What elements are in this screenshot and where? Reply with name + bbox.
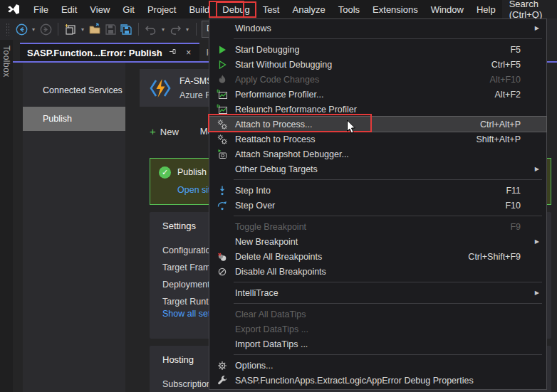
menu-item-windows[interactable]: Windows▶ — [209, 21, 546, 36]
menu-item-other-debug-targets[interactable]: Other Debug Targets▶ — [209, 161, 546, 176]
visual-studio-logo-icon — [6, 4, 21, 15]
toolbar-grip-handle[interactable] — [6, 23, 10, 36]
menubar-item-edit[interactable]: Edit — [55, 1, 83, 18]
publish-nav-connected-services[interactable]: Connected Services — [23, 78, 125, 102]
menu-item-toggle-breakpoint: Toggle BreakpointF9 — [209, 219, 546, 234]
menu-item-label: Step Over — [235, 201, 275, 211]
open-file-button[interactable] — [88, 21, 102, 37]
no-icon — [217, 221, 229, 233]
navigate-forward-button[interactable] — [38, 21, 53, 37]
new-profile-button[interactable]: +New — [150, 125, 179, 137]
no-icon — [217, 164, 229, 175]
undo-dropdown-caret[interactable]: ▾ — [160, 26, 167, 33]
publish-actions-row: +New Mo — [150, 125, 213, 137]
redo-dropdown-caret[interactable]: ▾ — [184, 26, 191, 33]
save-button[interactable] — [103, 21, 118, 37]
submenu-arrow-icon: ▶ — [535, 290, 539, 296]
no-icon — [217, 309, 229, 320]
menubar-item-analyze[interactable]: Analyze — [286, 1, 331, 18]
menu-item-start-debugging[interactable]: Start DebuggingF5 — [209, 42, 546, 57]
menu-item-attach-snapshot-debugger[interactable]: Attach Snapshot Debugger... — [209, 147, 546, 161]
new-project-icon — [64, 23, 77, 36]
redo-icon — [169, 23, 182, 35]
menubar-item-help[interactable]: Help — [470, 1, 502, 18]
menu-item-shortcut: Ctrl+Shift+F9 — [468, 252, 541, 262]
menubar-items: FileEditViewGitProjectBuildDebugTestAnal… — [27, 1, 502, 18]
save-all-icon — [120, 23, 132, 36]
back-dropdown-caret[interactable]: ▾ — [30, 26, 37, 33]
menubar-item-project[interactable]: Project — [141, 1, 182, 18]
snapshot-camera-icon — [217, 149, 229, 160]
menu-item-shortcut: F9 — [510, 222, 541, 232]
menu-item-options[interactable]: Options... — [209, 358, 546, 373]
save-all-button[interactable] — [119, 21, 133, 37]
mouse-cursor — [346, 120, 357, 134]
menu-separator — [234, 282, 542, 282]
menu-item-label: SASP.FunctionApps.ExtractLogicAppError D… — [235, 376, 474, 386]
menu-separator — [234, 303, 542, 304]
settings-title: Settings — [162, 221, 196, 231]
menubar-item-view[interactable]: View — [83, 1, 116, 18]
undo-button[interactable] — [144, 21, 158, 37]
menubar-item-git[interactable]: Git — [116, 1, 141, 18]
document-tab-sasp-function-error-publish[interactable]: SASP.Function...Error: Publish× — [20, 43, 199, 61]
menu-item-export-datatips: Export DataTips ... — [209, 322, 546, 337]
menu-item-step-into[interactable]: Step IntoF11 — [209, 183, 546, 198]
menu-item-delete-all-breakpoints[interactable]: Delete All BreakpointsCtrl+Shift+F9 — [209, 249, 546, 264]
menu-item-new-breakpoint[interactable]: New Breakpoint▶ — [209, 234, 546, 249]
menu-item-start-without-debugging[interactable]: Start Without DebuggingCtrl+F5 — [209, 57, 546, 72]
menu-item-performance-profiler[interactable]: Performance Profiler...Alt+F2 — [209, 87, 546, 102]
start-without-debugging-icon — [217, 59, 229, 70]
menu-item-intellitrace[interactable]: IntelliTrace▶ — [209, 285, 546, 300]
forward-arrow-icon — [40, 23, 52, 36]
menu-item-disable-all-breakpoints[interactable]: Disable All Breakpoints — [209, 264, 546, 279]
menu-item-label: Other Debug Targets — [235, 164, 318, 174]
open-folder-icon — [88, 23, 102, 36]
menubar-item-extensions[interactable]: Extensions — [366, 1, 425, 18]
step-over-icon — [217, 200, 229, 211]
menubar-item-file[interactable]: File — [27, 1, 55, 18]
navigate-back-button[interactable] — [14, 21, 28, 37]
new-project-button[interactable] — [63, 21, 78, 37]
menu-item-label: Export DataTips ... — [235, 324, 308, 334]
azure-functions-icon — [148, 78, 172, 99]
menu-item-label: Options... — [235, 361, 274, 371]
tab-underline-sliver — [547, 61, 557, 63]
delete-breakpoints-icon — [217, 251, 229, 263]
toolbox-side-strip: Toolbox — [0, 40, 13, 392]
new-project-dropdown-caret[interactable]: ▾ — [79, 26, 86, 33]
menu-item-step-over[interactable]: Step OverF10 — [209, 198, 546, 213]
menu-item-label: Delete All Breakpoints — [235, 252, 322, 262]
menu-item-label: Clear All DataTips — [235, 309, 306, 319]
success-check-icon: ✓ — [159, 166, 171, 179]
toolbox-tab[interactable]: Toolbox — [1, 46, 11, 78]
menu-item-reattach-to-process[interactable]: Reattach to ProcessShift+Alt+P — [209, 132, 546, 147]
back-arrow-icon — [16, 23, 28, 36]
profile-text: FA-SMS Azure F — [179, 76, 213, 100]
apply-code-changes-icon — [217, 74, 229, 85]
publish-nav-publish[interactable]: Publish — [23, 107, 125, 131]
new-profile-label: New — [160, 127, 179, 137]
menu-separator — [234, 179, 542, 180]
menu-item-import-datatips[interactable]: Import DataTips ... — [209, 337, 546, 351]
redo-button[interactable] — [168, 21, 182, 37]
menu-item-label: Start Without Debugging — [235, 60, 332, 70]
menu-item-label: Attach Snapshot Debugger... — [235, 149, 349, 159]
menubar-item-window[interactable]: Window — [425, 1, 470, 18]
menubar-item-tools[interactable]: Tools — [332, 1, 366, 18]
menu-separator — [234, 216, 542, 216]
setting-row-subscription: Subscription — [162, 376, 212, 392]
hosting-title: Hosting — [162, 354, 194, 365]
toolbar-separator — [138, 23, 139, 36]
menu-item-shortcut: Alt+F10 — [490, 75, 541, 85]
menu-item-label: New Breakpoint — [235, 237, 298, 247]
search-box[interactable]: Search (Ctrl+Q) — [502, 0, 557, 18]
close-tab-icon[interactable]: × — [184, 48, 194, 58]
menu-item-label: Relaunch Performance Profiler — [235, 105, 357, 115]
menu-item-clear-all-datatips: Clear All DataTips — [209, 307, 546, 322]
pin-tab-icon[interactable] — [168, 48, 178, 58]
menubar-item-test[interactable]: Test — [256, 1, 286, 18]
menu-item-sasp-functionapps-extractlogicapperror-debug-properties[interactable]: SASP.FunctionApps.ExtractLogicAppError D… — [209, 373, 546, 388]
menu-item-label: Apply Code Changes — [235, 75, 319, 85]
performance-profiler-icon — [217, 89, 229, 100]
